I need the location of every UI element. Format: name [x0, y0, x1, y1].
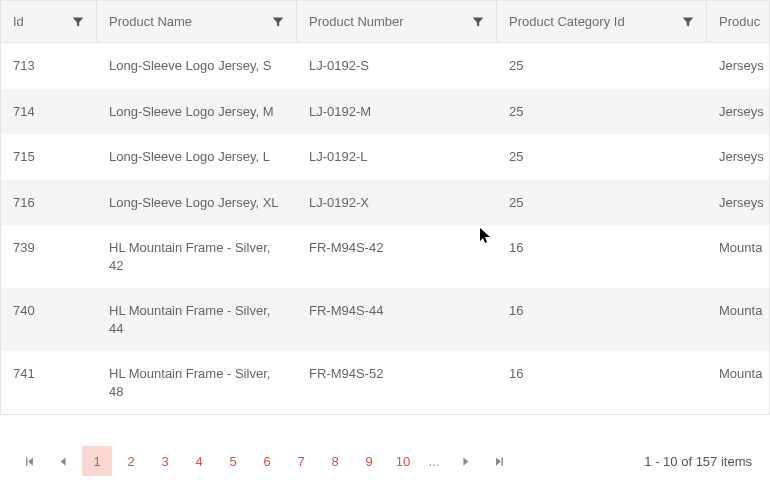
cell-product-name: Long-Sleeve Logo Jersey, M — [97, 89, 297, 135]
cell-product-number: FR-M94S-42 — [297, 225, 497, 288]
grid-body: 713 Long-Sleeve Logo Jersey, S LJ-0192-S… — [1, 43, 769, 414]
cell-product-category-id: 25 — [497, 43, 707, 89]
column-header-id[interactable]: Id — [1, 1, 97, 42]
cell-product-number: FR-M94S-44 — [297, 288, 497, 351]
column-label: Product Category Id — [509, 14, 625, 29]
pager-page-10[interactable]: 10 — [388, 446, 418, 476]
cell-product-category-id: 16 — [497, 288, 707, 351]
column-header-product-truncated[interactable]: Produc — [707, 1, 770, 42]
cell-product-number: LJ-0192-M — [297, 89, 497, 135]
pager-page-6[interactable]: 6 — [252, 446, 282, 476]
cell-product-truncated: Mounta — [707, 288, 770, 351]
pager-more[interactable]: ... — [422, 454, 446, 469]
cell-product-name: HL Mountain Frame - Silver, 42 — [97, 225, 297, 288]
cell-id: 714 — [1, 89, 97, 135]
pager-controls: 1 2 3 4 5 6 7 8 9 10 ... — [14, 446, 514, 476]
cell-product-name: Long-Sleeve Logo Jersey, S — [97, 43, 297, 89]
cell-product-number: LJ-0192-S — [297, 43, 497, 89]
cell-id: 713 — [1, 43, 97, 89]
column-label: Product Name — [109, 14, 192, 29]
column-header-product-category-id[interactable]: Product Category Id — [497, 1, 707, 42]
pager-page-7[interactable]: 7 — [286, 446, 316, 476]
column-header-product-number[interactable]: Product Number — [297, 1, 497, 42]
pager-last-button[interactable] — [484, 446, 514, 476]
table-row[interactable]: 714 Long-Sleeve Logo Jersey, M LJ-0192-M… — [1, 89, 769, 135]
grid-header: Id Product Name Product Number Product C… — [1, 1, 769, 43]
cell-id: 739 — [1, 225, 97, 288]
pager-first-button[interactable] — [14, 446, 44, 476]
cell-product-truncated: Jerseys — [707, 43, 770, 89]
pager-page-4[interactable]: 4 — [184, 446, 214, 476]
cell-product-category-id: 25 — [497, 180, 707, 226]
filter-icon[interactable] — [682, 16, 694, 28]
cell-product-name: HL Mountain Frame - Silver, 48 — [97, 351, 297, 414]
column-label: Product Number — [309, 14, 404, 29]
cell-product-truncated: Mounta — [707, 351, 770, 414]
pager-page-5[interactable]: 5 — [218, 446, 248, 476]
table-row[interactable]: 713 Long-Sleeve Logo Jersey, S LJ-0192-S… — [1, 43, 769, 89]
cell-product-number: LJ-0192-L — [297, 134, 497, 180]
column-label: Id — [13, 14, 24, 29]
pager-page-9[interactable]: 9 — [354, 446, 384, 476]
cell-product-number: FR-M94S-52 — [297, 351, 497, 414]
pager-info: 1 - 10 of 157 items — [644, 454, 752, 469]
cell-product-category-id: 16 — [497, 225, 707, 288]
filter-icon[interactable] — [72, 16, 84, 28]
cell-product-truncated: Jerseys — [707, 180, 770, 226]
filter-icon[interactable] — [472, 16, 484, 28]
pager-page-2[interactable]: 2 — [116, 446, 146, 476]
pager-prev-button[interactable] — [48, 446, 78, 476]
cell-product-category-id: 16 — [497, 351, 707, 414]
cell-id: 715 — [1, 134, 97, 180]
column-header-product-name[interactable]: Product Name — [97, 1, 297, 42]
pager-page-1[interactable]: 1 — [82, 446, 112, 476]
cell-product-number: LJ-0192-X — [297, 180, 497, 226]
pager-page-3[interactable]: 3 — [150, 446, 180, 476]
cell-id: 716 — [1, 180, 97, 226]
cell-product-truncated: Jerseys — [707, 89, 770, 135]
cell-product-truncated: Mounta — [707, 225, 770, 288]
table-row[interactable]: 715 Long-Sleeve Logo Jersey, L LJ-0192-L… — [1, 134, 769, 180]
cell-product-name: HL Mountain Frame - Silver, 44 — [97, 288, 297, 351]
table-row[interactable]: 740 HL Mountain Frame - Silver, 44 FR-M9… — [1, 288, 769, 351]
pager: 1 2 3 4 5 6 7 8 9 10 ... 1 - 10 of 157 i… — [0, 436, 770, 486]
cell-product-category-id: 25 — [497, 89, 707, 135]
cell-product-truncated: Jerseys — [707, 134, 770, 180]
cell-id: 740 — [1, 288, 97, 351]
filter-icon[interactable] — [272, 16, 284, 28]
pager-next-button[interactable] — [450, 446, 480, 476]
pager-page-8[interactable]: 8 — [320, 446, 350, 476]
data-grid: Id Product Name Product Number Product C… — [0, 0, 770, 415]
cell-product-name: Long-Sleeve Logo Jersey, XL — [97, 180, 297, 226]
cell-product-name: Long-Sleeve Logo Jersey, L — [97, 134, 297, 180]
table-row[interactable]: 739 HL Mountain Frame - Silver, 42 FR-M9… — [1, 225, 769, 288]
table-row[interactable]: 716 Long-Sleeve Logo Jersey, XL LJ-0192-… — [1, 180, 769, 226]
table-row[interactable]: 741 HL Mountain Frame - Silver, 48 FR-M9… — [1, 351, 769, 414]
cell-id: 741 — [1, 351, 97, 414]
column-label: Produc — [719, 14, 760, 29]
cell-product-category-id: 25 — [497, 134, 707, 180]
